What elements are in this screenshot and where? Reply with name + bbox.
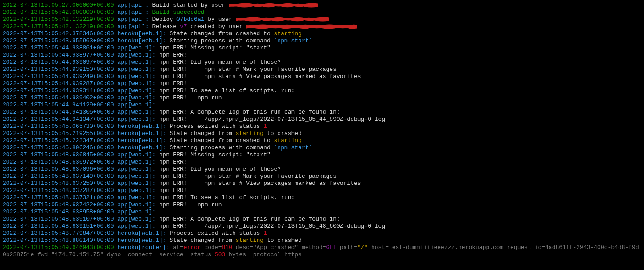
log-message-segment: npm ERR! npm star # Mark your favorite p… bbox=[159, 66, 336, 73]
log-source: heroku[web.1]: bbox=[117, 37, 166, 44]
log-message-segment: Starting process with command bbox=[169, 37, 274, 44]
log-timestamp: 2022-07-13T15:05:48.637321+00:00 bbox=[3, 194, 114, 201]
log-line-router: 2022-07-13T15:05:49.646943+00:00 heroku[… bbox=[3, 244, 641, 258]
log-message-segment: `npm start` bbox=[274, 144, 312, 151]
log-source: app[web.1]: bbox=[117, 109, 156, 115]
log-message-segment: v7 bbox=[180, 23, 187, 30]
log-source: app[api]: bbox=[117, 23, 148, 30]
log-line: 2022-07-13T15:05:43.955963+00:00 heroku[… bbox=[3, 37, 641, 45]
log-source: heroku[web.1]: bbox=[117, 130, 166, 137]
log-source: app[web.1]: bbox=[117, 159, 156, 165]
log-source: app[web.1]: bbox=[117, 223, 156, 229]
log-message-segment: "/" bbox=[357, 244, 368, 251]
log-timestamp: 2022-07-13T15:05:48.637096+00:00 bbox=[3, 166, 114, 172]
log-message-segment: npm ERR! A complete log of this run can … bbox=[159, 109, 340, 115]
log-source: app[web.1]: bbox=[117, 102, 156, 108]
log-message-segment: Starting process with command bbox=[169, 144, 274, 151]
log-timestamp: 2022-07-13T15:05:48.639151+00:00 bbox=[3, 223, 114, 229]
log-message-segment: starting bbox=[236, 130, 263, 137]
log-message-segment: npm ERR! Missing script: "start" bbox=[159, 151, 271, 158]
log-message-segment: path= bbox=[336, 244, 357, 251]
log-message-segment: npm ERR! npm stars # View packages marke… bbox=[159, 73, 361, 80]
log-timestamp: 2022-07-13T15:05:46.806246+00:00 bbox=[3, 144, 114, 151]
log-output[interactable]: 2022-07-13T15:05:27.000000+00:00 app[api… bbox=[0, 0, 644, 260]
log-message-segment: starting bbox=[236, 237, 263, 244]
log-message-segment: npm ERR! Did you mean one of these? bbox=[159, 59, 281, 65]
log-message-segment: npm ERR! /app/.npm/_logs/2022-07-13T15_0… bbox=[159, 223, 385, 229]
log-line: 2022-07-13T15:05:42.000000+00:00 app[api… bbox=[3, 9, 641, 16]
log-timestamp: 2022-07-13T15:05:48.638958+00:00 bbox=[3, 209, 114, 215]
log-source: app[api]: bbox=[117, 16, 148, 23]
log-message-segment: State changed from crashed to bbox=[169, 30, 274, 37]
log-source: heroku[web.1]: bbox=[117, 144, 166, 151]
log-line: 2022-07-13T15:05:44.938861+00:00 app[web… bbox=[3, 45, 641, 52]
log-line: 2022-07-13T15:05:48.880140+00:00 heroku[… bbox=[3, 237, 641, 244]
log-line: 2022-07-13T15:05:48.637096+00:00 app[web… bbox=[3, 166, 641, 173]
log-message-segment: 1 bbox=[263, 123, 267, 130]
log-source: heroku[web.1]: bbox=[117, 137, 166, 144]
log-line: 2022-07-13T15:05:44.939314+00:00 app[web… bbox=[3, 87, 641, 94]
log-timestamp: 2022-07-13T15:05:48.639107+00:00 bbox=[3, 216, 114, 222]
log-line: 2022-07-13T15:05:44.939150+00:00 app[web… bbox=[3, 66, 641, 73]
log-source: heroku[web.1]: bbox=[117, 230, 166, 237]
log-line: 2022-07-13T15:05:48.637321+00:00 app[web… bbox=[3, 194, 641, 201]
log-message-segment: desc="App crashed" method= bbox=[232, 244, 326, 251]
log-message-segment: npm ERR! bbox=[159, 80, 187, 87]
log-source: app[web.1]: bbox=[117, 173, 156, 180]
log-source: app[web.1]: bbox=[117, 87, 156, 94]
log-message-segment: H10 bbox=[222, 244, 232, 251]
log-message-segment: error bbox=[184, 244, 201, 251]
log-line: 2022-07-13T15:05:45.223347+00:00 heroku[… bbox=[3, 137, 641, 144]
redaction-mark bbox=[229, 2, 318, 8]
log-line: 2022-07-13T15:05:48.636845+00:00 app[web… bbox=[3, 151, 641, 159]
log-timestamp: 2022-07-13T15:05:49.646943+00:00 bbox=[3, 244, 114, 251]
log-message-segment: to crashed bbox=[263, 237, 302, 244]
log-source: app[web.1]: bbox=[117, 201, 156, 208]
log-line: 2022-07-13T15:05:44.941305+00:00 app[web… bbox=[3, 109, 641, 116]
log-message-segment: npm ERR! bbox=[159, 159, 187, 165]
log-message-segment: starting bbox=[274, 137, 302, 144]
log-message-segment: npm ERR! To see a list of scripts, run: bbox=[159, 194, 295, 201]
log-source: app[web.1]: bbox=[117, 151, 156, 158]
log-source: app[web.1]: bbox=[117, 73, 156, 80]
log-timestamp: 2022-07-13T15:05:43.955963+00:00 bbox=[3, 37, 114, 44]
log-line: 2022-07-13T15:05:45.065730+00:00 heroku[… bbox=[3, 123, 641, 130]
log-timestamp: 2022-07-13T15:05:48.637422+00:00 bbox=[3, 201, 114, 208]
log-message-segment: GET bbox=[326, 244, 336, 251]
log-timestamp: 2022-07-13T15:05:48.636845+00:00 bbox=[3, 151, 114, 158]
log-line: 2022-07-13T15:05:48.779847+00:00 heroku[… bbox=[3, 230, 641, 237]
log-line: 2022-07-13T15:05:48.636972+00:00 app[web… bbox=[3, 159, 641, 166]
log-message-segment: npm ERR! To see a list of scripts, run: bbox=[159, 87, 295, 94]
log-source: app[web.1]: bbox=[117, 59, 156, 65]
log-line: 2022-07-13T15:05:48.637422+00:00 app[web… bbox=[3, 201, 641, 209]
log-timestamp: 2022-07-13T15:05:42.378346+00:00 bbox=[3, 30, 114, 37]
log-timestamp: 2022-07-13T15:05:44.939287+00:00 bbox=[3, 80, 114, 87]
log-line: 2022-07-13T15:05:48.639107+00:00 app[web… bbox=[3, 216, 641, 223]
log-message-segment: 1 bbox=[263, 230, 267, 237]
log-message-segment: npm ERR! npm run bbox=[159, 94, 222, 101]
log-source: app[web.1]: bbox=[117, 116, 156, 123]
log-message-segment: bytes= protocol=https bbox=[225, 251, 302, 258]
log-message-segment: Deploy bbox=[152, 16, 176, 23]
log-line: 2022-07-13T15:05:45.219255+00:00 heroku[… bbox=[3, 130, 641, 137]
log-message-segment: npm ERR! bbox=[159, 52, 187, 58]
log-source: app[web.1]: bbox=[117, 180, 156, 187]
log-line: 2022-07-13T15:05:44.939287+00:00 app[web… bbox=[3, 80, 641, 87]
log-message-segment: `npm start` bbox=[274, 37, 312, 44]
log-source: app[web.1]: bbox=[117, 187, 156, 194]
log-message-segment: starting bbox=[274, 30, 302, 37]
log-timestamp: 2022-07-13T15:05:48.637287+00:00 bbox=[3, 187, 114, 194]
log-message-segment: 503 bbox=[215, 251, 225, 258]
log-message-segment: State changed from bbox=[169, 130, 235, 137]
log-message-segment: npm ERR! /app/.npm/_logs/2022-07-13T15_0… bbox=[159, 116, 385, 123]
log-line: 2022-07-13T15:05:44.939097+00:00 app[web… bbox=[3, 59, 641, 66]
log-line: 2022-07-13T15:05:44.941129+00:00 app[web… bbox=[3, 102, 641, 109]
log-timestamp: 2022-07-13T15:05:48.779847+00:00 bbox=[3, 230, 114, 237]
log-timestamp: 2022-07-13T15:05:44.939150+00:00 bbox=[3, 66, 114, 73]
redaction-mark bbox=[246, 23, 357, 29]
log-timestamp: 2022-07-13T15:05:44.941305+00:00 bbox=[3, 109, 114, 115]
log-line: 2022-07-13T15:05:42.132219+00:00 app[api… bbox=[3, 16, 641, 23]
log-message-segment: code= bbox=[201, 244, 222, 251]
log-timestamp: 2022-07-13T15:05:42.000000+00:00 bbox=[3, 9, 114, 16]
log-timestamp: 2022-07-13T15:05:42.132219+00:00 bbox=[3, 16, 114, 23]
